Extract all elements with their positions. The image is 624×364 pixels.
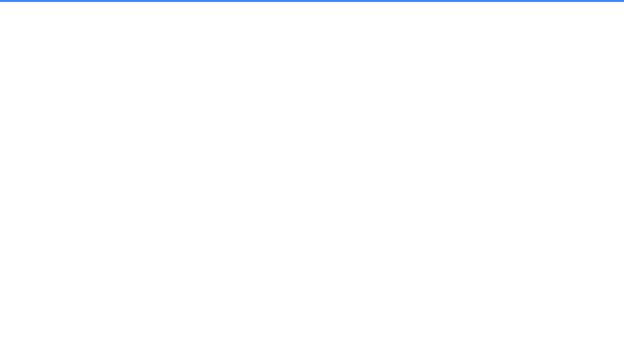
- top-border: [0, 0, 624, 2]
